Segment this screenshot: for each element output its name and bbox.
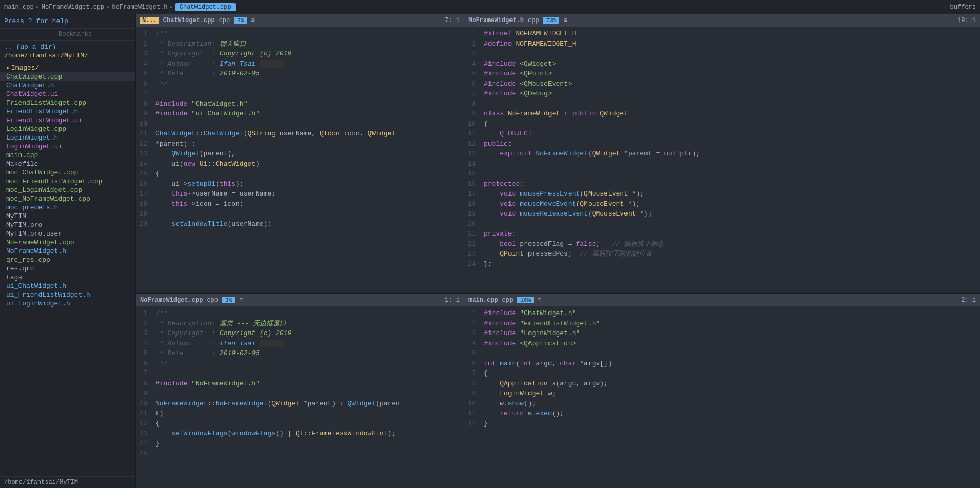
sidebar-item-loginwidget-ui[interactable]: LoginWidget.ui [0,142,135,151]
nav-path: /home/ifantsai/MyTIM/ [4,51,131,60]
editor-chatwidget-content[interactable]: 1234567891011121314151617181920 /** * De… [136,27,464,293]
editor-chatwidget-cpp: N... ChatWidget.cpp cpp 3% ≡ 7: 1 123456… [136,14,464,293]
breadcrumb-noframe-cpp[interactable]: NoFrameWidget.cpp [42,4,104,11]
sidebar-file-list: ▸Images/ ChatWidget.cpp ChatWidget.h Cha… [0,62,135,476]
breadcrumb-chat-cpp[interactable]: ChatWidget.cpp [175,3,236,11]
sidebar-item-ui-friendlist[interactable]: ui_FriendListWidget.h [0,290,135,299]
statusbar-noframe-cpp-pos: 1: 1 [445,297,460,304]
sidebar-item-noframe-h[interactable]: NoFrameWidget.h [0,247,135,256]
sidebar: Press ? for help ----------Bookmarks----… [0,14,136,488]
code-noframe-h: #ifndef NOFRAMEWIDGET_H #define NOFRAMEW… [480,27,980,293]
statusbar-mode: N... [140,17,159,24]
statusbar-noframe-cpp-symbol: ≡ [239,297,243,304]
breadcrumb-noframe-h[interactable]: NoFrameWidget.h [112,4,168,11]
sidebar-nav: .. (up a dir) /home/ifantsai/MyTIM/ [0,41,135,62]
sidebar-item-loginwidget-h[interactable]: LoginWidget.h [0,133,135,142]
code-main-cpp: #include "ChatWidget.h" #include "Friend… [480,306,980,488]
sidebar-item-mytim[interactable]: MyTIM [0,212,135,221]
line-numbers-noframe-cpp: 123456789101112131415 [136,306,151,488]
line-numbers-main-cpp: 123456789101112 [464,306,480,488]
sidebar-item-friendlist-h[interactable]: FriendListWidget.h [0,107,135,116]
sidebar-item-chatwidget-ui[interactable]: ChatWidget.ui [0,90,135,99]
statusbar-main-cpp-percent: 16% [517,297,534,303]
sidebar-item-ui-chatwidget[interactable]: ui_ChatWidget.h [0,282,135,290]
statusbar-chatwidget-lang: cpp [219,17,230,24]
sidebar-item-makefile[interactable]: Makefile [0,160,135,168]
sidebar-item-moc-chatwidget[interactable]: moc_ChatWidget.cpp [0,168,135,177]
statusbar-chatwidget: N... ChatWidget.cpp cpp 3% ≡ 7: 1 [136,14,464,27]
line-numbers-chatwidget: 1234567891011121314151617181920 [136,27,151,293]
statusbar-noframe-cpp-filename: NoFrameWidget.cpp [140,297,203,304]
editor-noframe-cpp-content[interactable]: 123456789101112131415 /** * Description:… [136,306,464,488]
statusbar-noframe-h-symbol: ≡ [563,17,567,24]
statusbar-noframe-cpp-percent: 3% [222,297,235,303]
editors-top: N... ChatWidget.cpp cpp 3% ≡ 7: 1 123456… [136,14,980,293]
sidebar-item-noframe-cpp[interactable]: NoFrameWidget.cpp [0,238,135,247]
editor-noframe-h: NoFrameWidget.h cpp 73% ≡ 19: 1 12345678… [464,14,980,293]
sidebar-item-mytim-pro[interactable]: MyTIM.pro [0,221,135,229]
breadcrumb-bar: main.cpp ▸ NoFrameWidget.cpp ▸ NoFrameWi… [0,0,980,14]
statusbar-chatwidget-pos: 7: 1 [445,17,460,24]
breadcrumb-sep-3: ▸ [170,3,173,11]
sidebar-item-moc-friendlist[interactable]: moc_FriendListWidget.cpp [0,177,135,186]
statusbar-main-cpp-symbol: ≡ [538,297,541,304]
sidebar-item-qrc-res[interactable]: qrc_res.cpp [0,256,135,264]
statusbar-chatwidget-filename: ChatWidget.cpp [163,17,215,24]
statusbar-main-cpp: main.cpp cpp 16% ≡ 2: 1 [464,294,980,306]
editor-noframe-cpp: NoFrameWidget.cpp cpp 3% ≡ 1: 1 12345678… [136,294,464,488]
sidebar-item-chatwidget-h[interactable]: ChatWidget.h [0,81,135,90]
statusbar-noframe-h-lang: cpp [528,17,539,24]
statusbar-noframe-cpp: NoFrameWidget.cpp cpp 3% ≡ 1: 1 [136,294,464,306]
sidebar-item-friendlist-ui[interactable]: FriendListWidget.ui [0,116,135,125]
sidebar-item-moc-noframe[interactable]: moc_NoFrameWidget.cpp [0,194,135,203]
editor-noframe-h-content[interactable]: 123456789101112131415161718192021222324 … [464,27,980,293]
editors-area: N... ChatWidget.cpp cpp 3% ≡ 7: 1 123456… [136,14,980,488]
sidebar-item-moc-predefs[interactable]: moc_predefs.h [0,203,135,212]
sidebar-item-ui-login[interactable]: ui_LoginWidget.h [0,299,135,308]
breadcrumb-sep-2: ▸ [106,3,110,11]
sidebar-item-moc-login[interactable]: moc_LoginWidget.cpp [0,186,135,194]
buffers-label: buffers [950,4,976,11]
sidebar-footer: /home/ifantsai/MyTIM [0,476,135,488]
sidebar-item-res-qrc[interactable]: res.qrc [0,264,135,273]
dir-arrow-icon: ▸ [6,64,10,72]
editor-main-cpp-content[interactable]: 123456789101112 #include "ChatWidget.h" … [464,306,980,488]
statusbar-noframe-h-percent: 73% [543,17,560,24]
statusbar-noframe-h-filename: NoFrameWidget.h [468,17,524,24]
sidebar-item-chatwidget-cpp[interactable]: ChatWidget.cpp [0,72,135,81]
nav-up-dir[interactable]: .. (up a dir) [4,43,131,51]
sidebar-item-mytim-pro-user[interactable]: MyTIM.pro.user [0,229,135,238]
statusbar-noframe-h: NoFrameWidget.h cpp 73% ≡ 19: 1 [464,14,980,27]
statusbar-noframe-h-pos: 19: 1 [957,17,976,24]
sidebar-item-friendlist-cpp[interactable]: FriendListWidget.cpp [0,99,135,107]
line-numbers-noframe-h: 123456789101112131415161718192021222324 [464,27,480,293]
statusbar-chatwidget-symbol: ≡ [251,17,254,24]
editors-bottom: NoFrameWidget.cpp cpp 3% ≡ 1: 1 12345678… [136,293,980,488]
editor-main-cpp: main.cpp cpp 16% ≡ 2: 1 123456789101112 … [464,294,980,488]
breadcrumb-sep-1: ▸ [36,3,40,11]
sidebar-item-images-dir[interactable]: ▸Images/ [0,63,135,72]
main-content: Press ? for help ----------Bookmarks----… [0,14,980,488]
statusbar-main-cpp-pos: 2: 1 [961,297,976,304]
breadcrumb-main-cpp[interactable]: main.cpp [4,4,34,11]
statusbar-chatwidget-percent: 3% [234,17,247,24]
sidebar-item-loginwidget-cpp[interactable]: LoginWidget.cpp [0,125,135,133]
code-noframe-cpp: /** * Description: 基类 --- 无边框窗口 * Copyri… [151,306,464,488]
statusbar-main-cpp-lang: cpp [502,297,514,304]
sidebar-item-main-cpp[interactable]: main.cpp [0,151,135,160]
sidebar-bookmarks: ----------Bookmarks------ [0,29,135,41]
statusbar-noframe-cpp-lang: cpp [207,297,218,304]
sidebar-item-tags[interactable]: tags [0,273,135,282]
statusbar-main-cpp-filename: main.cpp [468,297,498,304]
sidebar-header: Press ? for help [0,14,135,29]
code-chatwidget: /** * Description: 聊天窗口 * Copyright : Co… [151,27,464,293]
